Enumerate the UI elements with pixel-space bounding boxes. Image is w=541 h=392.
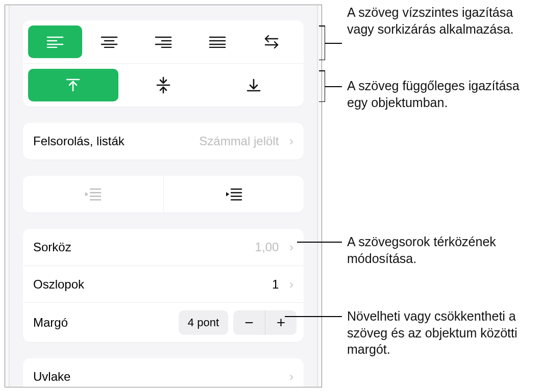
bullets-label: Felsorolás, listák (33, 134, 125, 148)
bullets-lists-row[interactable]: Felsorolás, listák Számmal jelölt › (23, 123, 304, 160)
spacing-label: Sorköz (33, 240, 71, 254)
columns-value: 1 (272, 277, 279, 291)
horizontal-align-row (23, 20, 304, 64)
chevron-right-icon: › (289, 370, 293, 384)
line-spacing-row[interactable]: Sorköz 1,00 › (23, 229, 304, 266)
valign-bottom-button[interactable] (208, 69, 299, 101)
align-center-button[interactable] (82, 25, 136, 58)
svg-marker-35 (226, 192, 229, 196)
outdent-button[interactable] (23, 176, 163, 213)
align-center-icon (101, 36, 118, 48)
margin-row: Margó 4 pont − + (23, 302, 304, 342)
align-right-button[interactable] (136, 25, 190, 58)
margin-label: Margó (33, 316, 179, 330)
callout-vertical-align: A szöveg függőleges igazítása egy objekt… (347, 77, 541, 111)
minus-icon: − (244, 314, 254, 331)
align-justify-button[interactable] (190, 25, 244, 58)
valign-bottom-icon (246, 77, 261, 93)
margin-stepper: − + (233, 310, 297, 335)
align-auto-button[interactable] (244, 25, 299, 58)
format-panel: Felsorolás, listák Számmal jelölt › (5, 5, 322, 387)
align-auto-icon (262, 35, 281, 48)
valign-middle-icon (156, 76, 171, 94)
callout-leader (325, 86, 342, 87)
uvlake-row[interactable]: Uvlake › (23, 358, 304, 387)
margin-value[interactable]: 4 pont (179, 310, 228, 335)
callout-margin: Növelheti vagy csökkentheti a szöveg és … (347, 308, 541, 358)
align-left-icon (46, 36, 64, 48)
uvlake-label: Uvlake (33, 370, 70, 384)
columns-label: Oszlopok (33, 277, 84, 292)
align-right-icon (155, 36, 172, 48)
valign-top-icon (65, 77, 81, 93)
panel-scroll-area: Felsorolás, listák Számmal jelölt › (9, 5, 318, 387)
callout-line-spacing: A szövegsorok térközének módosítása. (347, 233, 541, 267)
chevron-right-icon: › (289, 134, 293, 148)
valign-middle-button[interactable] (118, 69, 209, 101)
spacing-value: 1,00 (255, 240, 279, 254)
vertical-align-row (23, 64, 304, 107)
valign-top-button[interactable] (28, 69, 118, 101)
columns-row[interactable]: Oszlopok 1 › (23, 266, 304, 302)
margin-decrease-button[interactable]: − (233, 310, 265, 335)
paragraph-card: Sorköz 1,00 › Oszlopok 1 › Margó 4 pont (23, 229, 304, 342)
plus-icon: + (277, 314, 286, 331)
outdent-icon (84, 188, 102, 201)
indent-card (23, 176, 304, 213)
callout-horizontal-align: A szöveg vízszintes igazítása vagy sorki… (347, 4, 541, 37)
chevron-right-icon: › (289, 240, 293, 254)
uvlake-card: Uvlake › (23, 358, 304, 387)
indent-button[interactable] (163, 176, 304, 213)
bullets-value: Számmal jelölt (199, 134, 279, 148)
align-left-button[interactable] (28, 25, 82, 58)
bullets-card: Felsorolás, listák Számmal jelölt › (23, 123, 304, 160)
callout-leader (325, 43, 342, 44)
chevron-right-icon: › (289, 277, 293, 291)
callout-leader (297, 242, 342, 243)
margin-increase-button[interactable]: + (265, 310, 297, 335)
indent-icon (225, 188, 242, 201)
callout-leader (285, 316, 342, 317)
alignment-card (23, 20, 304, 107)
svg-marker-29 (85, 192, 88, 196)
align-justify-icon (209, 36, 226, 48)
